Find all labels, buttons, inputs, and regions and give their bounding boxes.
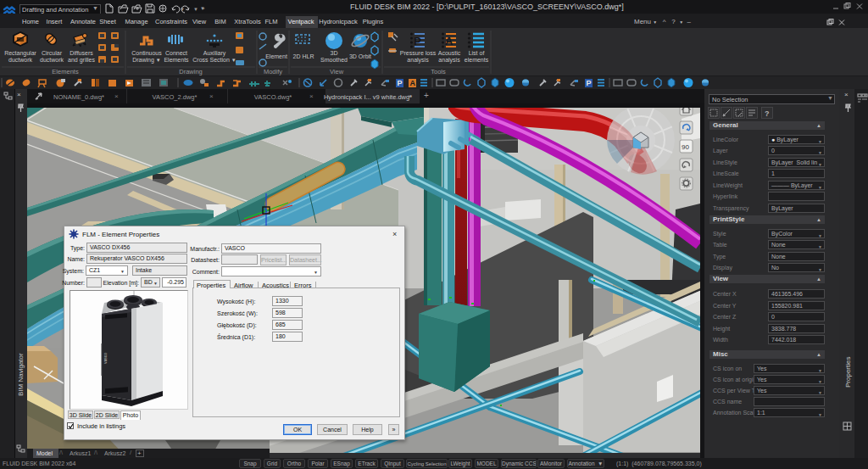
svg-text:Properties: Properties — [844, 357, 852, 388]
svg-text:BIM Navigator: BIM Navigator — [17, 353, 25, 396]
svg-text:A: A — [445, 35, 453, 47]
svg-text:A: A — [410, 79, 416, 87]
svg-text:?: ? — [765, 109, 770, 118]
svg-text:▼: ▼ — [180, 7, 185, 12]
svg-text:P: P — [587, 79, 592, 87]
svg-text:▼: ▼ — [193, 7, 198, 12]
svg-text:P: P — [414, 35, 421, 47]
svg-text:P: P — [398, 79, 403, 87]
svg-text:=: = — [202, 6, 205, 11]
svg-text:90: 90 — [682, 143, 689, 151]
svg-text:vasco: vasco — [103, 353, 108, 364]
